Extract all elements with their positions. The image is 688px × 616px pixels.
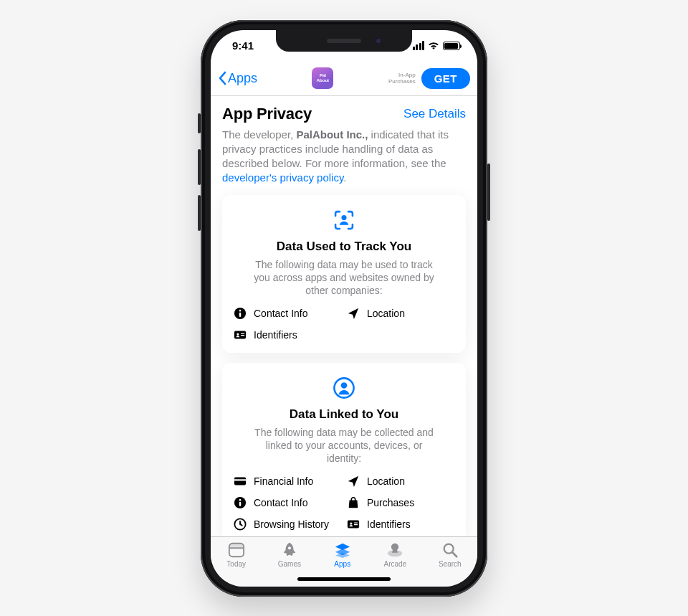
notch xyxy=(276,30,412,52)
data-item-financial-info: Financial Info xyxy=(234,475,341,488)
in-app-purchase-label: In-App Purchases xyxy=(388,72,416,85)
status-time: 9:41 xyxy=(232,39,254,52)
phone-screen: 9:41 Apps xyxy=(211,30,477,587)
developer-name: PalAbout Inc., xyxy=(296,128,368,141)
shopping-bag-icon xyxy=(347,496,360,509)
data-item-identifiers: Identifiers xyxy=(234,328,341,341)
wifi-icon xyxy=(428,42,439,50)
svg-point-23 xyxy=(288,546,291,549)
svg-point-9 xyxy=(341,382,348,389)
svg-line-26 xyxy=(452,552,457,556)
volume-down-button[interactable] xyxy=(198,195,201,231)
app-icon-text-bottom: About xyxy=(317,78,329,83)
speaker-grille xyxy=(327,39,361,43)
back-label: Apps xyxy=(228,71,257,86)
svg-rect-3 xyxy=(239,312,242,316)
tab-today[interactable]: Today xyxy=(226,541,246,568)
front-camera xyxy=(375,37,382,44)
tab-games[interactable]: Games xyxy=(278,541,301,568)
app-icon-text-top: Pal xyxy=(320,73,326,78)
tab-apps[interactable]: Apps xyxy=(333,541,352,568)
data-item-location: Location xyxy=(347,475,454,488)
svg-rect-19 xyxy=(354,524,358,525)
rocket-icon xyxy=(280,541,299,559)
privacy-description: The developer, PalAbout Inc., indicated … xyxy=(222,128,466,185)
location-icon xyxy=(347,307,360,320)
svg-point-17 xyxy=(350,522,352,524)
data-item-location: Location xyxy=(347,307,454,320)
svg-rect-21 xyxy=(229,543,244,547)
card-title-track: Data Used to Track You xyxy=(234,240,454,254)
svg-rect-6 xyxy=(241,333,244,333)
svg-rect-10 xyxy=(234,477,246,485)
data-item-purchases: Purchases xyxy=(347,496,454,509)
data-item-browsing-history: Browsing History xyxy=(234,518,341,531)
nav-bar: Apps Pal About In-App Purchases GET xyxy=(211,62,477,96)
battery-icon xyxy=(443,42,460,50)
card-subtitle-track: The following data may be used to track … xyxy=(247,258,441,297)
home-indicator[interactable] xyxy=(297,577,391,581)
tab-arcade[interactable]: Arcade xyxy=(383,541,406,568)
card-subtitle-linked: The following data may be collected and … xyxy=(247,426,441,465)
id-card-icon xyxy=(347,518,360,531)
id-card-icon xyxy=(234,328,247,341)
mute-switch[interactable] xyxy=(198,113,201,133)
arcade-icon xyxy=(386,541,404,559)
linked-to-you-icon xyxy=(234,376,454,400)
svg-point-13 xyxy=(239,498,242,501)
card-title-linked: Data Linked to You xyxy=(234,407,454,422)
see-details-link[interactable]: See Details xyxy=(403,107,466,121)
cellular-signal-icon xyxy=(413,41,425,50)
page-title: App Privacy xyxy=(222,105,312,123)
chevron-left-icon xyxy=(218,71,228,85)
data-item-identifiers: Identifiers xyxy=(347,518,454,531)
svg-rect-18 xyxy=(354,522,358,523)
tab-bar: Today Games Apps xyxy=(211,536,477,587)
app-icon[interactable]: Pal About xyxy=(312,67,333,89)
location-icon xyxy=(347,475,360,488)
svg-rect-11 xyxy=(234,479,246,480)
info-icon xyxy=(234,496,247,509)
svg-point-0 xyxy=(341,215,346,220)
svg-rect-14 xyxy=(239,501,242,506)
svg-rect-7 xyxy=(241,335,244,336)
power-button[interactable] xyxy=(487,164,490,221)
clock-icon xyxy=(234,518,247,531)
svg-point-5 xyxy=(236,333,239,335)
tab-search[interactable]: Search xyxy=(439,541,462,568)
content-area: App Privacy See Details The developer, P… xyxy=(211,96,477,536)
svg-point-2 xyxy=(239,309,242,311)
privacy-policy-link[interactable]: developer's privacy policy xyxy=(222,171,343,184)
back-button[interactable]: Apps xyxy=(218,71,257,86)
data-item-contact-info: Contact Info xyxy=(234,307,341,320)
search-icon xyxy=(441,541,459,559)
apps-stack-icon xyxy=(333,541,352,559)
get-button[interactable]: GET xyxy=(421,68,470,89)
card-data-linked-to-you: Data Linked to You The following data ma… xyxy=(222,363,466,536)
today-icon xyxy=(227,541,246,559)
data-item-contact-info: Contact Info xyxy=(234,496,341,509)
phone-frame: 9:41 Apps xyxy=(201,20,487,597)
volume-up-button[interactable] xyxy=(198,149,201,185)
card-data-used-to-track-you: Data Used to Track You The following dat… xyxy=(222,195,466,353)
info-icon xyxy=(234,307,247,320)
track-you-icon xyxy=(234,208,454,232)
credit-card-icon xyxy=(234,475,247,488)
